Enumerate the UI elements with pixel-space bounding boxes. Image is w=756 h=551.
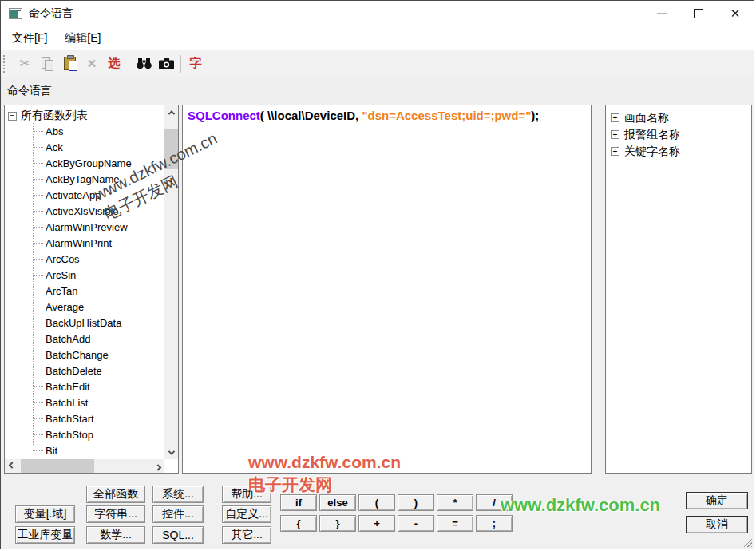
tree-item[interactable]: AckByGroupName [5,155,164,171]
main-area: 所有函数列表 Abs Ack AckByGroupName AckByTagNa… [1,104,754,475]
app-icon-pane [10,10,18,18]
help-button[interactable]: 帮助... [222,486,271,503]
scroll-right-button[interactable] [151,459,164,473]
key-if[interactable]: if [280,494,317,511]
tree-item-label: BatchAdd [46,333,90,345]
expand-icon[interactable] [611,147,619,156]
tree-item-label: ActiveXlsVisible [46,205,119,217]
tree-root[interactable]: 所有函数列表 [8,109,88,123]
menu-edit[interactable]: 编辑[E] [61,30,104,47]
tree-connector [33,195,43,196]
cut-icon[interactable] [14,54,36,74]
tree-item-alarm-groups[interactable]: 报警组名称 [611,126,680,143]
tree-item-label: ArcTan [46,285,77,297]
others-button[interactable]: 其它... [222,526,271,544]
code-editor[interactable]: SQLConnect( \\local\DeviceID, "dsn=Acces… [182,105,592,474]
tree-item[interactable]: BackUpHistData [5,315,164,331]
tree-item[interactable]: ArcTan [5,283,164,299]
horizontal-scrollbar[interactable] [5,459,164,473]
tree-connector [33,386,43,387]
tree-item[interactable]: ActivateApp [5,187,164,203]
string-button[interactable]: 字符串... [86,505,145,523]
select-tool-button[interactable]: 选 [103,54,125,74]
find-button[interactable] [133,54,155,74]
scroll-left-button[interactable] [5,459,18,473]
key-plus[interactable]: + [358,515,395,532]
all-functions-button[interactable]: 全部函数 [86,486,145,503]
tree-item-keywords[interactable]: 关键字名称 [611,143,680,160]
tree-connector [33,275,43,276]
system-button[interactable]: 系统... [152,486,204,503]
expand-icon[interactable] [611,130,619,139]
camera-icon [158,57,175,69]
close-button[interactable]: ✕ [717,1,754,26]
menu-file[interactable]: 文件[F] [9,30,50,47]
code-close-punct: ); [531,109,539,122]
capture-button[interactable] [155,54,177,74]
tree-connector [33,450,43,451]
tree-item-label: AlarmWinPrint [46,237,112,249]
industrial-lib-variables-button[interactable]: 工业库变量 [15,526,75,544]
minimize-button[interactable] [643,1,680,26]
tree-item[interactable]: ArcCos [5,251,164,267]
tree-item[interactable]: ArcSin [5,267,164,283]
collapse-icon[interactable] [8,112,17,121]
code-string-literal: "dsn=AccessTest;uid=;pwd=" [362,109,531,122]
tree-item[interactable]: Ack [5,139,164,155]
tree-item[interactable]: Bit [5,442,164,458]
clipboard-icon [64,57,76,70]
tree-item-label: Average [46,301,84,313]
font-button[interactable]: 字 [184,54,207,74]
key-close-paren[interactable]: ) [398,494,434,511]
maximize-button[interactable] [680,1,717,26]
ok-button[interactable]: 确定 [686,492,748,509]
key-else[interactable]: else [319,494,356,511]
tree-item-label: BackUpHistData [46,317,121,329]
expand-icon[interactable] [611,113,619,122]
key-minus[interactable]: - [398,515,434,532]
math-button[interactable]: 数学... [86,526,145,544]
key-semicolon[interactable]: ; [476,515,513,532]
horizontal-scrollbar-thumb[interactable] [21,459,94,473]
tree-item[interactable]: BatchEdit [5,379,164,394]
variables-button[interactable]: 变量[.域] [15,505,75,523]
key-equals[interactable]: = [437,515,473,532]
tree-item[interactable]: BatchChange [5,347,164,363]
key-divide[interactable]: / [476,494,513,511]
custom-button[interactable]: 自定义... [222,505,271,523]
tree-item[interactable]: Abs [5,123,164,139]
vertical-scrollbar-thumb[interactable] [164,129,178,169]
tree-item[interactable]: ActiveXlsVisible [5,203,164,219]
tree-item[interactable]: AckByTagName [5,171,164,187]
tree-item[interactable]: BatchList [5,394,164,410]
copy-icon[interactable] [36,54,58,74]
tree-item[interactable]: BatchDelete [5,363,164,379]
key-close-brace[interactable]: } [319,515,356,532]
copy-pages-icon [42,57,53,70]
scroll-down-button[interactable] [164,446,178,459]
scissors-icon [19,55,30,72]
tree-item[interactable]: BatchAdd [5,331,164,347]
tree-item-label: Ack [46,141,63,153]
control-button[interactable]: 控件... [152,505,204,523]
tree-connector [33,402,43,403]
tree-item[interactable]: AlarmWinPreview [5,219,164,235]
tree-item[interactable]: AlarmWinPrint [5,235,164,251]
key-multiply[interactable]: * [437,494,473,511]
vertical-scrollbar[interactable] [164,105,178,459]
tree-item[interactable]: Average [5,299,164,315]
key-open-brace[interactable]: { [280,515,317,532]
cancel-button[interactable]: 取消 [686,516,748,533]
key-open-paren[interactable]: ( [358,494,395,511]
sql-button[interactable]: SQL... [152,526,204,544]
tree-item-label: 关键字名称 [624,145,680,159]
tree-item-label: Abs [46,125,63,137]
paste-icon[interactable] [58,54,81,74]
minimize-icon [657,13,667,14]
tree-item[interactable]: BatchStop [5,426,164,442]
scroll-up-button[interactable] [164,105,178,119]
tree-item[interactable]: BatchStart [5,410,164,426]
tree-item-screens[interactable]: 画面名称 [611,109,680,126]
delete-icon[interactable] [81,54,103,74]
toolbar-grip[interactable] [3,55,7,73]
